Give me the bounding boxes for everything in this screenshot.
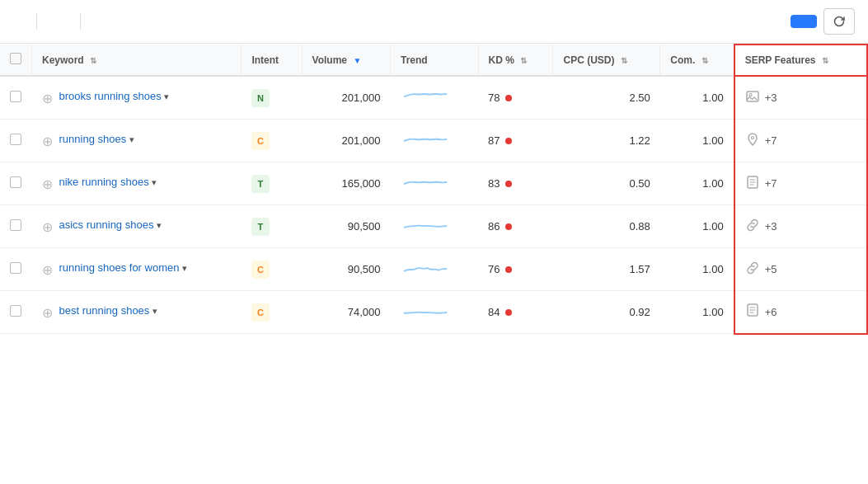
volume-sort-icon: ▼ xyxy=(353,56,361,65)
kd-dot xyxy=(505,181,512,187)
keyword-cell: ⊕ best running shoes ▾ xyxy=(32,291,242,334)
row-checkbox-cell[interactable] xyxy=(0,205,32,248)
serp-features-cell[interactable]: +7 xyxy=(734,162,867,205)
divider-2 xyxy=(80,13,81,30)
cpc-cell: 0.50 xyxy=(553,162,660,205)
serp-icon xyxy=(745,132,760,150)
serp-features-cell[interactable]: +3 xyxy=(734,205,867,248)
volume-cell: 201,000 xyxy=(302,76,390,120)
add-keyword-icon[interactable]: ⊕ xyxy=(42,262,53,278)
keyword-link[interactable]: asics running shoes xyxy=(59,219,154,231)
th-com[interactable]: Com. ⇅ xyxy=(660,45,734,76)
row-checkbox[interactable] xyxy=(10,134,21,145)
keyword-link[interactable]: best running shoes xyxy=(59,304,150,317)
keyword-dropdown-arrow[interactable]: ▾ xyxy=(152,177,157,187)
svg-point-2 xyxy=(751,136,753,139)
keyword-cell: ⊕ running shoes ▾ xyxy=(32,120,242,162)
refresh-button[interactable] xyxy=(823,8,855,35)
add-keyword-icon[interactable]: ⊕ xyxy=(42,91,53,106)
volume-cell: 90,500 xyxy=(302,248,390,291)
kd-cell: 87 xyxy=(478,120,553,162)
serp-count: +7 xyxy=(765,177,777,190)
keyword-manager-button[interactable] xyxy=(791,15,817,28)
keyword-link[interactable]: brooks running shoes xyxy=(59,90,162,102)
th-checkbox[interactable] xyxy=(0,45,32,76)
intent-badge: T xyxy=(251,218,270,236)
row-checkbox[interactable] xyxy=(10,262,21,274)
kd-cell: 84 xyxy=(478,291,553,334)
cpc-cell: 1.57 xyxy=(553,248,660,291)
keyword-dropdown-arrow[interactable]: ▾ xyxy=(129,134,134,144)
serp-count: +6 xyxy=(765,306,777,318)
keyword-dropdown-arrow[interactable]: ▾ xyxy=(164,92,169,101)
kd-value: 83 xyxy=(488,177,500,190)
kd-dot xyxy=(505,223,512,230)
th-cpc[interactable]: CPC (USD) ⇅ xyxy=(553,45,660,76)
kd-dot xyxy=(505,266,512,273)
kd-cell: 76 xyxy=(478,248,553,291)
header-checkbox[interactable] xyxy=(10,53,21,64)
com-cell: 1.00 xyxy=(660,120,734,162)
keyword-link[interactable]: running shoes xyxy=(59,133,127,145)
kd-cell: 86 xyxy=(478,205,553,248)
row-checkbox-cell[interactable] xyxy=(0,291,32,334)
kd-dot xyxy=(505,138,512,144)
keyword-cell: ⊕ running shoes for women ▾ xyxy=(32,248,242,291)
serp-features-cell[interactable]: +5 xyxy=(734,248,867,291)
table-row: ⊕ running shoes for women ▾ C 90,500 76 … xyxy=(0,248,867,291)
row-checkbox-cell[interactable] xyxy=(0,248,32,291)
cpc-cell: 0.92 xyxy=(553,291,660,334)
row-checkbox[interactable] xyxy=(10,176,21,188)
th-trend: Trend xyxy=(391,45,479,76)
add-keyword-icon[interactable]: ⊕ xyxy=(42,305,53,321)
intent-cell: N xyxy=(242,76,302,120)
th-kd[interactable]: KD % ⇅ xyxy=(478,45,553,76)
com-cell: 1.00 xyxy=(660,291,734,334)
svg-point-1 xyxy=(749,93,752,96)
serp-features-cell[interactable]: +6 xyxy=(734,291,867,334)
keyword-cell: ⊕ brooks running shoes ▾ xyxy=(32,76,242,120)
add-keyword-icon[interactable]: ⊕ xyxy=(42,176,53,192)
intent-badge: C xyxy=(251,261,270,279)
keyword-link[interactable]: running shoes for women xyxy=(59,261,180,274)
trend-cell xyxy=(391,248,479,291)
keyword-dropdown-arrow[interactable]: ▾ xyxy=(157,220,162,230)
keyword-dropdown-arrow[interactable]: ▾ xyxy=(182,263,187,273)
kd-value: 87 xyxy=(488,134,500,147)
serp-count: +5 xyxy=(765,263,777,275)
row-checkbox-cell[interactable] xyxy=(0,76,32,120)
serp-icon xyxy=(745,261,760,279)
com-cell: 1.00 xyxy=(660,205,734,248)
row-checkbox-cell[interactable] xyxy=(0,162,32,205)
row-checkbox-cell[interactable] xyxy=(0,120,32,162)
intent-cell: T xyxy=(242,205,302,248)
th-volume[interactable]: Volume ▼ xyxy=(302,45,390,76)
serp-features-cell[interactable]: +3 xyxy=(734,76,867,120)
th-intent: Intent xyxy=(242,45,302,76)
trend-cell xyxy=(391,76,479,120)
th-keyword[interactable]: Keyword ⇅ xyxy=(32,45,242,76)
row-checkbox[interactable] xyxy=(10,305,21,317)
cpc-cell: 2.50 xyxy=(553,76,660,120)
row-checkbox[interactable] xyxy=(10,91,21,102)
header-bar xyxy=(0,0,868,44)
keyword-link[interactable]: nike running shoes xyxy=(59,176,149,188)
th-serp[interactable]: SERP Features ⇅ xyxy=(734,45,867,76)
row-checkbox[interactable] xyxy=(10,219,21,231)
add-keyword-icon[interactable]: ⊕ xyxy=(42,219,53,235)
volume-cell: 165,000 xyxy=(302,162,390,205)
serp-sort-icon: ⇅ xyxy=(822,56,828,65)
table-row: ⊕ running shoes ▾ C 201,000 87 1.22 1.00 xyxy=(0,120,867,162)
serp-icon xyxy=(745,175,760,193)
keyword-cell: ⊕ asics running shoes ▾ xyxy=(32,205,242,248)
table-row: ⊕ brooks running shoes ▾ N 201,000 78 2.… xyxy=(0,76,867,120)
serp-features-cell[interactable]: +7 xyxy=(734,120,867,162)
serp-count: +3 xyxy=(765,92,777,104)
com-sort-icon: ⇅ xyxy=(701,56,708,65)
keyword-dropdown-arrow[interactable]: ▾ xyxy=(152,306,157,316)
volume-cell: 74,000 xyxy=(302,291,390,334)
intent-cell: C xyxy=(242,291,302,334)
header-actions xyxy=(791,8,855,35)
serp-icon xyxy=(745,89,760,107)
add-keyword-icon[interactable]: ⊕ xyxy=(42,134,53,149)
